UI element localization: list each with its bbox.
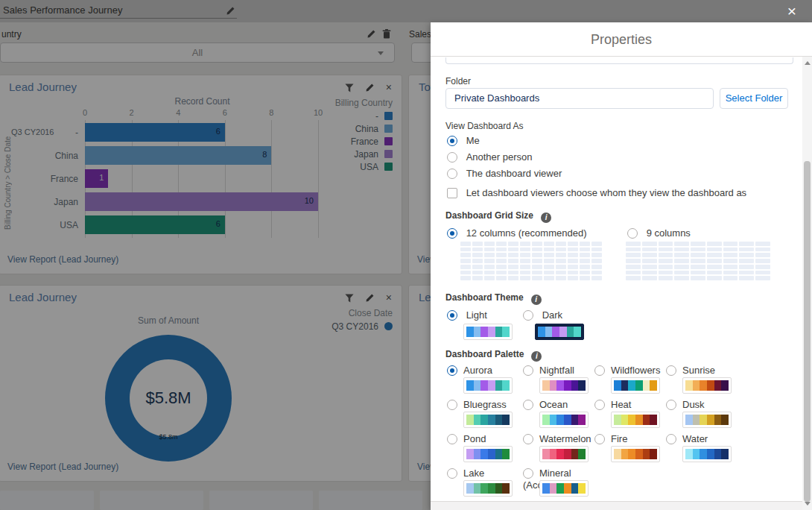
info-icon[interactable]: i — [531, 295, 542, 305]
grid-preview-cell — [556, 276, 566, 280]
swatch-color — [474, 483, 481, 494]
palette-option-fire[interactable]: Fire — [594, 432, 676, 444]
radio[interactable] — [594, 434, 605, 444]
grid-preview-cell — [532, 253, 542, 257]
name-input-partial[interactable] — [445, 57, 793, 64]
palette-swatch[interactable] — [611, 377, 660, 394]
palette-option-lake[interactable]: Lake — [447, 467, 529, 479]
grid-preview-cell — [626, 248, 641, 252]
grid-preview-cell — [707, 276, 722, 280]
radio[interactable] — [594, 400, 605, 410]
radio[interactable] — [666, 400, 676, 410]
radio[interactable] — [523, 400, 533, 410]
radio[interactable] — [447, 152, 457, 163]
radio[interactable] — [627, 228, 638, 239]
palette-swatch[interactable] — [682, 446, 732, 462]
theme-dark-swatch[interactable] — [535, 324, 584, 340]
palette-option-water[interactable]: Water — [666, 432, 748, 444]
palette-swatch[interactable] — [682, 377, 732, 394]
palette-swatch[interactable] — [463, 377, 513, 394]
palette-option-label: Watermelon — [539, 433, 591, 444]
radio-view-as-dashboard-viewer[interactable]: The dashboard viewer — [447, 167, 562, 179]
radio[interactable] — [447, 169, 457, 179]
viewer-choice-checkbox-row[interactable]: Let dashboard viewers choose whom they v… — [447, 186, 746, 198]
scroll-up-icon[interactable] — [805, 61, 811, 65]
radio-view-as-another-person[interactable]: Another person — [447, 151, 533, 163]
palette-option-nightfall[interactable]: Nightfall — [523, 364, 605, 376]
palette-swatch[interactable] — [539, 377, 589, 394]
radio[interactable] — [447, 400, 457, 410]
palette-option-sunrise[interactable]: Sunrise — [666, 364, 748, 376]
grid-preview-cell — [472, 265, 483, 269]
palette-swatch[interactable] — [539, 480, 589, 497]
info-icon[interactable]: i — [531, 351, 542, 362]
palette-option-aurora[interactable]: Aurora — [447, 364, 529, 376]
palette-option-heat[interactable]: Heat — [594, 398, 676, 410]
palette-option-dusk[interactable]: Dusk — [666, 398, 748, 410]
close-modal-icon[interactable]: × — [782, 1, 802, 21]
radio-theme-dark[interactable]: Dark — [523, 309, 562, 321]
theme-label: Dashboard Themei — [445, 292, 542, 305]
radio-selected[interactable] — [447, 365, 457, 376]
scrollbar-thumb[interactable] — [804, 161, 811, 502]
grid-preview-cell — [484, 276, 495, 280]
palette-option-ocean[interactable]: Ocean — [523, 398, 605, 410]
palette-option-bluegrass[interactable]: Bluegrass — [447, 398, 529, 410]
grid-preview-cell — [707, 271, 722, 275]
grid-preview-cell — [544, 248, 554, 252]
select-folder-button[interactable]: Select Folder — [720, 88, 788, 109]
radio[interactable] — [594, 365, 605, 376]
radio[interactable] — [523, 365, 533, 376]
swatch-color — [721, 415, 729, 425]
radio-selected[interactable] — [447, 228, 457, 239]
radio-selected[interactable] — [447, 310, 457, 321]
radio[interactable] — [666, 365, 676, 376]
swatch-color — [693, 449, 700, 459]
palette-option-label: Sunrise — [682, 365, 715, 376]
swatch-color — [714, 449, 722, 459]
palette-option-mineral-accessible-[interactable]: Mineral (Accessible) — [523, 467, 605, 491]
radio-view-as-me[interactable]: Me — [447, 134, 480, 146]
radio-selected[interactable] — [447, 136, 457, 146]
radio[interactable] — [523, 310, 533, 321]
palette-option-pond[interactable]: Pond — [447, 432, 529, 444]
swatch-color — [559, 327, 567, 337]
radio-theme-light[interactable]: Light — [447, 309, 487, 321]
palette-swatch[interactable] — [611, 446, 660, 462]
palette-swatch[interactable] — [682, 412, 732, 428]
radio[interactable] — [666, 434, 676, 444]
palette-swatch[interactable] — [539, 412, 589, 428]
modal-header: Properties — [431, 22, 812, 57]
palette-swatch[interactable] — [463, 480, 513, 497]
swatch-color — [643, 415, 650, 425]
swatch-color — [488, 380, 495, 391]
grid-preview-cell — [568, 242, 578, 246]
radio[interactable] — [523, 468, 533, 479]
swatch-color — [564, 380, 571, 391]
swatch-color — [542, 449, 550, 459]
palette-swatch[interactable] — [463, 412, 513, 428]
radio[interactable] — [447, 434, 457, 444]
swatch-color — [685, 380, 693, 391]
palette-option-watermelon[interactable]: Watermelon — [523, 432, 605, 444]
scroll-down-icon[interactable] — [805, 502, 811, 506]
swatch-color — [707, 415, 714, 425]
grid-preview-cell — [520, 248, 530, 252]
theme-light-swatch[interactable] — [463, 324, 513, 340]
checkbox[interactable] — [447, 188, 457, 198]
palette-swatch[interactable] — [539, 446, 589, 462]
folder-input[interactable]: Private Dashboards — [445, 88, 714, 109]
grid-preview-cell — [642, 259, 657, 263]
grid-preview-9[interactable] — [626, 242, 770, 280]
radio-12-columns[interactable]: 12 columns (recommended) — [447, 227, 586, 239]
swatch-color — [480, 380, 488, 391]
grid-preview-12[interactable] — [460, 242, 602, 280]
radio[interactable] — [447, 468, 457, 479]
palette-option-wildflowers[interactable]: Wildflowers — [594, 364, 676, 376]
info-icon[interactable]: i — [541, 212, 551, 223]
palette-swatch[interactable] — [611, 412, 660, 428]
palette-swatch[interactable] — [463, 446, 513, 462]
radio[interactable] — [523, 434, 533, 444]
radio-9-columns[interactable]: 9 columns — [627, 227, 691, 239]
swatch-color — [550, 483, 557, 494]
